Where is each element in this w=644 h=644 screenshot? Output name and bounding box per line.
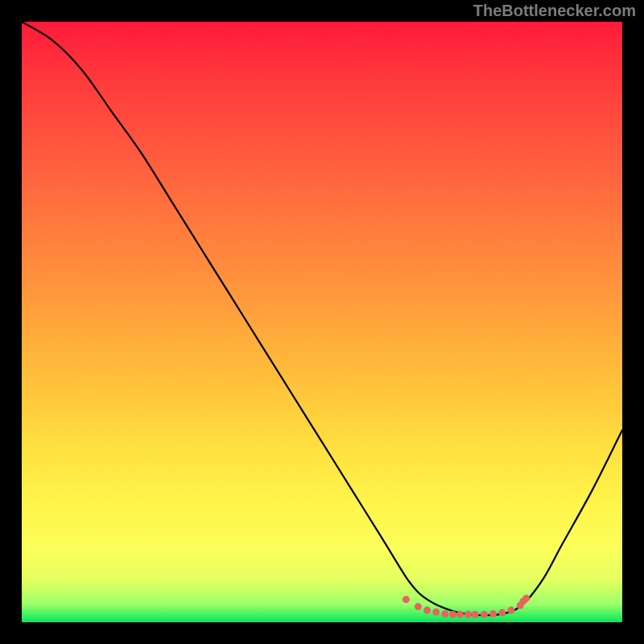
- marker-dots: [402, 595, 530, 618]
- marker-dot: [456, 611, 464, 618]
- marker-dot: [449, 611, 456, 618]
- chart-overlay: [22, 22, 622, 622]
- marker-dot: [464, 611, 472, 618]
- marker-dot: [481, 611, 488, 618]
- marker-dot: [423, 607, 431, 614]
- marker-dot: [498, 609, 506, 617]
- marker-dot: [489, 610, 497, 617]
- marker-dot: [441, 610, 448, 617]
- curve-line: [22, 22, 622, 615]
- marker-dot: [522, 595, 530, 602]
- marker-dot: [472, 611, 479, 618]
- marker-dot: [415, 603, 422, 610]
- marker-dot: [432, 609, 440, 616]
- chart-area: [22, 22, 622, 622]
- marker-dot: [507, 607, 514, 614]
- attribution-text: TheBottlenecker.com: [473, 2, 636, 20]
- marker-dot: [402, 596, 410, 603]
